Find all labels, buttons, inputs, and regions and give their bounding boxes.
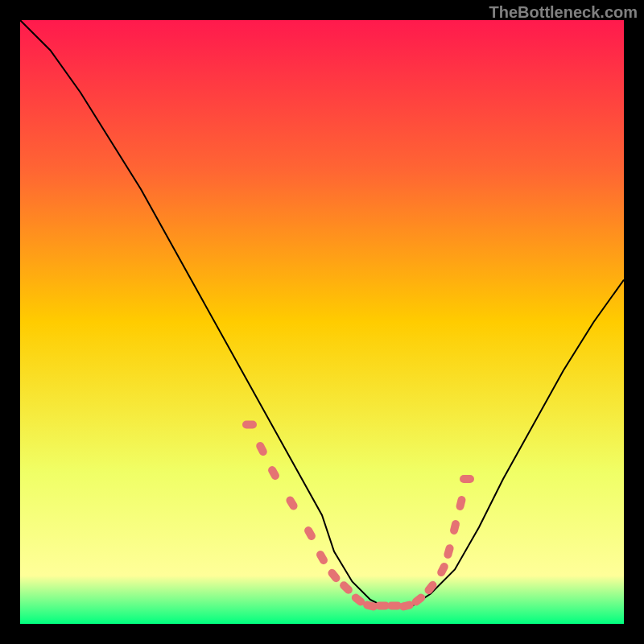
chart-background [20,20,624,624]
data-marker [242,421,257,429]
chart-plot [20,20,624,624]
data-marker [460,475,474,483]
watermark-text: TheBottleneck.com [489,3,638,22]
